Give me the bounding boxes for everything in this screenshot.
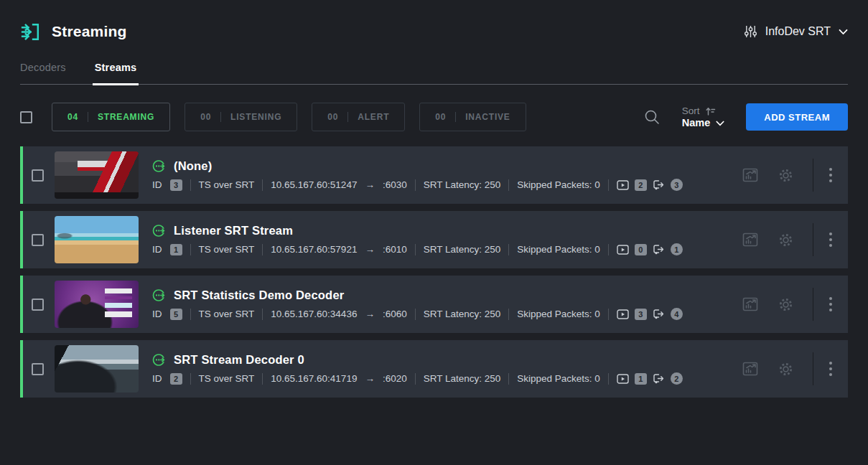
filter-listening[interactable]: 00LISTENING <box>185 103 297 131</box>
tab-decoders[interactable]: Decoders <box>20 62 66 84</box>
app-header: Streaming InfoDev SRT <box>20 0 848 46</box>
meta-divider <box>262 309 263 320</box>
filter-divider <box>220 112 221 122</box>
row-checkbox[interactable] <box>32 299 44 311</box>
meta-divider <box>415 179 416 191</box>
meta-divider <box>262 179 263 191</box>
meta-divider <box>190 179 191 191</box>
page-title: Streaming <box>52 23 127 40</box>
meta-divider <box>608 309 609 320</box>
stream-name: (None) <box>174 159 212 173</box>
meta-divider <box>508 179 509 191</box>
stream-toolbar: 04STREAMING 00LISTENING 00ALERT 00INACTI… <box>20 103 848 131</box>
statistics-chart-icon[interactable] <box>742 231 759 248</box>
skipped-packets: Skipped Packets: 0 <box>517 373 600 384</box>
stream-row: SRT Stream Decoder 0 ID 2 TS over SRT 10… <box>20 340 848 398</box>
filter-inactive[interactable]: 00INACTIVE <box>419 103 526 131</box>
stream-thumbnail <box>55 281 139 328</box>
row-actions <box>742 159 848 192</box>
row-checkbox[interactable] <box>32 169 44 182</box>
filter-divider <box>455 112 456 122</box>
device-selector-label: InfoDev SRT <box>765 25 831 38</box>
sort-ascending-icon <box>705 106 716 116</box>
search-icon[interactable] <box>644 109 661 126</box>
row-actions <box>742 223 848 256</box>
streaming-status-icon <box>152 224 166 238</box>
filter-label: ALERT <box>358 112 389 122</box>
filter-streaming[interactable]: 04STREAMING <box>52 103 170 131</box>
settings-gear-icon[interactable] <box>778 232 794 248</box>
settings-gear-icon[interactable] <box>778 296 794 313</box>
stream-info: (None) ID 3 TS over SRT 10.65.167.60:512… <box>152 159 734 191</box>
meta-divider <box>608 373 609 385</box>
more-menu-icon[interactable] <box>813 232 848 247</box>
srt-latency: SRT Latency: 250 <box>424 179 501 190</box>
sort-control[interactable]: Sort Name <box>682 105 725 129</box>
filter-count: 00 <box>435 112 446 122</box>
device-selector[interactable]: InfoDev SRT <box>744 24 848 39</box>
stream-thumbnail <box>55 151 139 199</box>
id-label: ID <box>152 309 162 319</box>
filter-label: INACTIVE <box>465 112 510 122</box>
meta-divider <box>190 309 191 320</box>
stream-thumbnail <box>55 216 139 263</box>
stream-name: SRT Stream Decoder 0 <box>174 353 304 367</box>
meta-divider <box>508 373 509 385</box>
add-stream-button[interactable]: ADD STREAM <box>746 103 848 131</box>
filter-count: 00 <box>200 112 211 122</box>
settings-gear-icon[interactable] <box>778 361 794 377</box>
meta-divider <box>415 373 416 385</box>
tab-streams[interactable]: Streams <box>95 62 137 84</box>
filter-count: 04 <box>67 112 78 122</box>
settings-gear-icon[interactable] <box>778 167 794 184</box>
decoder-play-icon <box>617 374 629 384</box>
row-checkbox[interactable] <box>32 234 44 246</box>
route-destination: :6030 <box>383 179 407 190</box>
decoder-play-icon <box>617 245 629 255</box>
more-menu-icon[interactable] <box>813 297 848 311</box>
srt-latency: SRT Latency: 250 <box>424 244 501 255</box>
filter-divider <box>88 112 88 122</box>
chevron-down-icon <box>716 121 724 126</box>
statistics-chart-icon[interactable] <box>742 166 759 184</box>
route-source: 10.65.167.60:34436 <box>271 309 357 319</box>
streaming-status-icon <box>152 159 166 173</box>
output-route-icon <box>653 179 665 190</box>
row-checkbox[interactable] <box>32 363 44 375</box>
meta-divider <box>608 179 609 191</box>
row-actions <box>742 352 848 385</box>
meta-divider <box>508 244 509 255</box>
route-source: 10.65.167.60:57921 <box>271 244 357 255</box>
streaming-page: Streaming InfoDev SRT Decoders Streams <box>0 0 868 398</box>
route-arrow-icon: → <box>365 179 375 190</box>
more-menu-icon[interactable] <box>813 168 848 182</box>
meta-divider <box>190 373 191 385</box>
filter-label: LISTENING <box>230 112 281 122</box>
streaming-status-icon <box>152 353 166 367</box>
route-source: 10.65.167.60:41719 <box>271 373 357 384</box>
stream-thumbnail <box>55 345 139 393</box>
filter-sliders-icon <box>744 24 757 39</box>
decoder-count-badge: 3 <box>635 309 647 320</box>
route-destination: :6010 <box>383 244 407 255</box>
chevron-down-icon <box>839 29 848 35</box>
id-badge: 2 <box>170 373 182 385</box>
more-menu-icon[interactable] <box>813 362 848 376</box>
stream-name: SRT Statistics Demo Decoder <box>174 288 344 302</box>
output-route-icon <box>653 244 665 255</box>
sort-value: Name <box>682 117 711 129</box>
filter-alert[interactable]: 00ALERT <box>312 103 405 131</box>
select-all-checkbox[interactable] <box>20 111 32 123</box>
stream-list: (None) ID 3 TS over SRT 10.65.167.60:512… <box>20 146 848 398</box>
route-destination: :6020 <box>383 373 407 384</box>
stream-meta: ID 2 TS over SRT 10.65.167.60:41719 → :6… <box>152 372 734 385</box>
skipped-packets: Skipped Packets: 0 <box>517 179 600 190</box>
filter-count: 00 <box>327 112 338 122</box>
sort-label: Sort <box>682 105 700 117</box>
statistics-chart-icon[interactable] <box>742 360 759 377</box>
meta-divider <box>415 309 416 320</box>
statistics-chart-icon[interactable] <box>742 296 759 313</box>
stream-info: SRT Statistics Demo Decoder ID 5 TS over… <box>152 288 734 320</box>
meta-divider <box>415 244 416 255</box>
stream-row: (None) ID 3 TS over SRT 10.65.167.60:512… <box>20 146 848 204</box>
